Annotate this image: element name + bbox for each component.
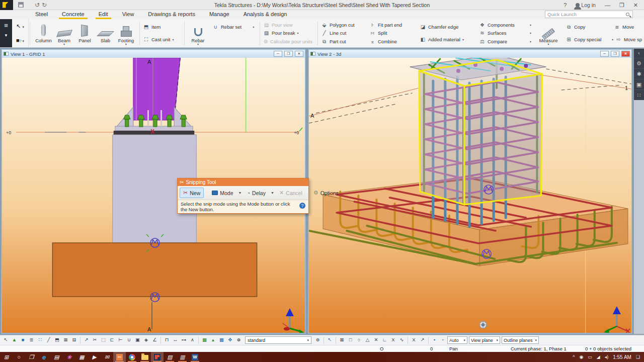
- view2-canvas[interactable]: A 1: [309, 58, 631, 333]
- footing-button[interactable]: Footing ▾: [116, 19, 136, 47]
- analysis-app-icon[interactable]: ▨: [164, 352, 176, 362]
- chrome-icon[interactable]: [126, 352, 138, 362]
- help-icon[interactable]: ?: [559, 2, 571, 8]
- redo-icon[interactable]: ↻: [42, 2, 49, 9]
- notes-app-icon[interactable]: ▥: [176, 352, 189, 362]
- inquire-object-button[interactable]: ■? ▾: [16, 37, 24, 43]
- snap-tangent-icon[interactable]: ∿: [397, 336, 406, 344]
- view1-minimize-button[interactable]: ─: [274, 51, 282, 57]
- tray-status-icon[interactable]: ◉: [579, 354, 583, 359]
- select-grids-icon[interactable]: ⊞: [61, 336, 70, 344]
- delay-dropdown-caret[interactable]: ▼: [270, 191, 275, 195]
- ribbon-collapse-icon[interactable]: ▼: [4, 33, 8, 38]
- snip-help-icon[interactable]: ?: [299, 203, 305, 209]
- ribbon-tab[interactable]: Manage: [202, 10, 236, 19]
- snip-new-button[interactable]: ✂ New: [180, 188, 204, 198]
- tray-expand-icon[interactable]: ^: [573, 354, 575, 359]
- network-icon[interactable]: ◢: [597, 354, 600, 359]
- pour-break-button[interactable]: ▨ Pour break ▾: [263, 30, 314, 37]
- start-button[interactable]: ⊞: [0, 352, 13, 362]
- snap-settings-gear-icon[interactable]: ⊛: [313, 336, 322, 344]
- snap-settings-combo[interactable]: standard ▾: [245, 336, 311, 344]
- view1-titlebar[interactable]: View 1 - GRID 1 ─ ❐ ✕: [2, 50, 305, 58]
- surfaces-button[interactable]: ≋ Surfaces ▾: [479, 30, 531, 37]
- select-cursor-icon[interactable]: ↖: [2, 336, 10, 344]
- ribbon-tab[interactable]: View: [115, 10, 141, 19]
- snap-depth-off-icon[interactable]: ▫: [439, 336, 447, 344]
- select-pointer-button[interactable]: ↖ ▾: [16, 23, 24, 30]
- task-view-icon[interactable]: ❐: [25, 352, 38, 362]
- profiles-panel-icon[interactable]: ▣: [634, 79, 644, 89]
- save-icon[interactable]: [18, 2, 24, 8]
- snap-depth-combo[interactable]: Auto ▾: [447, 336, 467, 344]
- snap-nearest-point-icon[interactable]: ▴: [209, 336, 217, 344]
- snap-endpoint-icon[interactable]: ⊠: [338, 336, 346, 344]
- snip-options-button[interactable]: ⚙ Options: [310, 188, 342, 198]
- snipping-tool-titlebar[interactable]: ✂ Snipping Tool: [178, 178, 308, 186]
- move-special-button[interactable]: ▾ ⇨ Move sp: [612, 36, 644, 43]
- slab-button[interactable]: Slab: [95, 19, 116, 47]
- fit-part-end-button[interactable]: ⊦ Fit part end: [369, 21, 416, 28]
- smart-select-icon[interactable]: ✥: [226, 336, 234, 344]
- cortana-icon[interactable]: ○: [13, 352, 25, 362]
- ribbon-tab[interactable]: Analysis & design: [236, 10, 294, 19]
- snipping-tool-dialog[interactable]: ✂ Snipping Tool ✂ New Mode ▼ ◔ Delay ▼ ✕…: [177, 178, 309, 214]
- view1-close-button[interactable]: ✕: [295, 51, 303, 57]
- undo-icon[interactable]: ↺: [35, 2, 42, 9]
- view1-restore-button[interactable]: ❐: [284, 51, 293, 57]
- snap-perpendicular-icon[interactable]: ∟: [380, 336, 389, 344]
- measure-button[interactable]: Measure ▾: [535, 19, 561, 47]
- column-button[interactable]: Column: [33, 19, 54, 47]
- move-button[interactable]: ⧈ Move: [612, 24, 644, 31]
- snap-plane-icon[interactable]: ∠: [150, 336, 159, 344]
- select-points-icon[interactable]: ∷: [36, 336, 44, 344]
- snap-bounding-box-icon[interactable]: ⬚: [99, 336, 108, 344]
- added-material-button[interactable]: ◧ Added material ▾: [420, 36, 475, 43]
- minimize-button[interactable]: —: [601, 2, 614, 8]
- clock[interactable]: 1:55 AM: [613, 354, 631, 360]
- restore-button[interactable]: ❐: [615, 2, 628, 9]
- snap-profile-icon[interactable]: ⊏: [108, 336, 116, 344]
- snap-cross-icon[interactable]: ✕: [372, 336, 380, 344]
- word-icon[interactable]: W: [189, 352, 201, 362]
- snip-mode-button[interactable]: Mode: [209, 189, 236, 198]
- mode-dropdown-caret[interactable]: ▼: [237, 191, 243, 195]
- ribbon-tab[interactable]: Drawings & reports: [141, 10, 202, 19]
- item-button[interactable]: ⬒ Item: [143, 24, 181, 31]
- side-pane-collapse-icon[interactable]: ‹: [634, 49, 644, 58]
- snap-depth-icon[interactable]: ▪: [430, 336, 439, 344]
- select-objects-icon[interactable]: ▲: [10, 336, 19, 344]
- copy-button[interactable]: ⧉ Copy: [566, 24, 608, 31]
- pour-view-button[interactable]: ▤ Pour view: [263, 21, 314, 28]
- snap-extension-icon[interactable]: X: [389, 336, 397, 344]
- polygon-cut-button[interactable]: ⬙ Polygon cut: [321, 21, 365, 28]
- rebar-button[interactable]: Rebar ▾: [188, 19, 208, 47]
- view2-close-button[interactable]: ✕: [621, 51, 630, 57]
- store-icon[interactable]: ▤: [50, 352, 63, 362]
- mail-icon[interactable]: ✉: [101, 352, 113, 362]
- snap-plane-combo[interactable]: View plane ▾: [469, 336, 500, 344]
- chamfer-edge-button[interactable]: ◪ Chamfer edge: [420, 24, 475, 31]
- drag-and-drop-icon[interactable]: ↖: [326, 336, 334, 344]
- snap-grid-points-icon[interactable]: ▦: [200, 336, 209, 344]
- cast-unit-button[interactable]: ⛶ Cast unit ▾: [143, 36, 181, 43]
- snap-intersection-icon[interactable]: △: [363, 336, 372, 344]
- snap-rebar-icon[interactable]: ∪: [125, 336, 133, 344]
- select-grid-lines-icon[interactable]: ⊟: [70, 336, 78, 344]
- view2-titlebar[interactable]: View 2 - 3d ─ ❐ ✕: [309, 50, 631, 58]
- split-button[interactable]: ∺ Split: [369, 30, 416, 37]
- volume-icon[interactable]: ◂): [605, 354, 609, 359]
- snap-ortho-icon[interactable]: ⊓: [163, 336, 171, 344]
- snap-axis-icon[interactable]: ⊶: [180, 336, 188, 344]
- navigation-sphere-icon[interactable]: [479, 321, 487, 328]
- combine-button[interactable]: ⌅ Combine: [369, 38, 416, 45]
- notification-center-icon[interactable]: ❏: [636, 354, 640, 359]
- select-lines-icon[interactable]: ╱: [44, 336, 53, 344]
- part-cut-button[interactable]: ⧉ Part cut: [321, 38, 365, 45]
- tekla-structures-icon[interactable]: [151, 352, 164, 362]
- snap-any-position-icon[interactable]: ▩: [217, 336, 226, 344]
- rebar-set-button[interactable]: ∪ Rebar set ▾: [212, 23, 257, 30]
- login-button[interactable]: Log in: [572, 2, 600, 8]
- snip-cancel-button[interactable]: ✕ Cancel: [276, 188, 305, 198]
- view2-window[interactable]: View 2 - 3d ─ ❐ ✕: [308, 49, 632, 334]
